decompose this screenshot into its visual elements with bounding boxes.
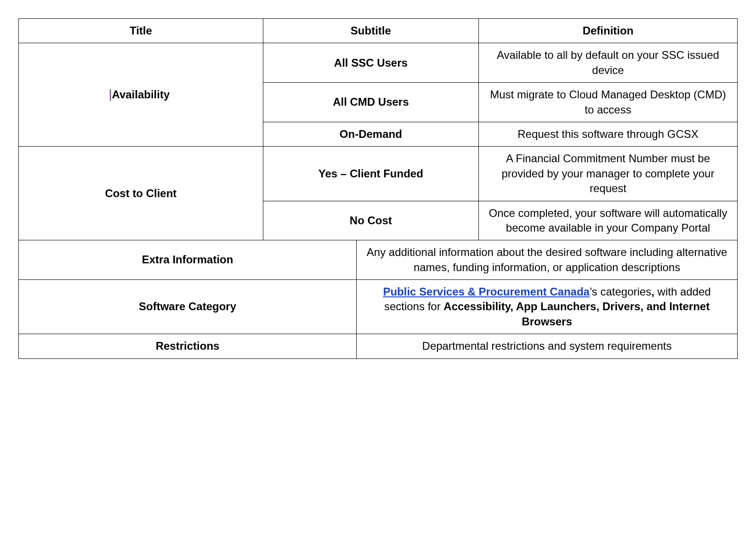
header-subtitle: Subtitle <box>263 19 478 43</box>
cell-definition: Request this software through GCSX <box>478 122 737 146</box>
cell-subtitle: Yes – Client Funded <box>263 147 478 201</box>
table-row: Software Category Public Services & Proc… <box>19 280 738 334</box>
cell-definition: Available to all by default on your SSC … <box>478 43 737 83</box>
header-definition: Definition <box>478 19 737 43</box>
table-row: Restrictions Departmental restrictions a… <box>19 334 738 358</box>
cell-availability-title: Availability <box>19 43 263 147</box>
cell-definition: Must migrate to Cloud Managed Desktop (C… <box>478 83 737 122</box>
pspc-link[interactable]: Public Services & Procurement Canada <box>383 285 590 298</box>
cell-cost-title: Cost to Client <box>19 147 263 240</box>
cell-extra-definition: Any additional information about the des… <box>357 240 738 280</box>
definitions-table: Title Subtitle Definition Availability A… <box>18 18 738 240</box>
cell-category-definition: Public Services & Procurement Canada’s c… <box>357 280 738 334</box>
text-bold-tail: Accessibility, App Launchers, Drivers, a… <box>443 300 710 327</box>
cell-definition: Once completed, your software will autom… <box>478 201 737 240</box>
cell-category-title: Software Category <box>19 280 357 334</box>
cell-subtitle: On-Demand <box>263 122 478 146</box>
definitions-table-lower: Extra Information Any additional informa… <box>18 240 738 358</box>
table-row: Availability All SSC Users Available to … <box>19 43 738 83</box>
text-comma-bold: , <box>651 285 654 298</box>
cell-extra-title: Extra Information <box>19 240 357 280</box>
header-title: Title <box>19 19 263 43</box>
text-cursor-icon <box>110 89 111 101</box>
table-row: Extra Information Any additional informa… <box>19 240 738 280</box>
cell-subtitle: No Cost <box>263 201 478 240</box>
text-after-link: ’s categories <box>590 285 651 298</box>
cell-definition: A Financial Commitment Number must be pr… <box>478 147 737 201</box>
cell-subtitle: All CMD Users <box>263 83 478 122</box>
cell-subtitle: All SSC Users <box>263 43 478 83</box>
cell-restrictions-title: Restrictions <box>19 334 357 358</box>
table-row: Cost to Client Yes – Client Funded A Fin… <box>19 147 738 201</box>
cell-restrictions-definition: Departmental restrictions and system req… <box>357 334 738 358</box>
table-header-row: Title Subtitle Definition <box>19 19 738 43</box>
